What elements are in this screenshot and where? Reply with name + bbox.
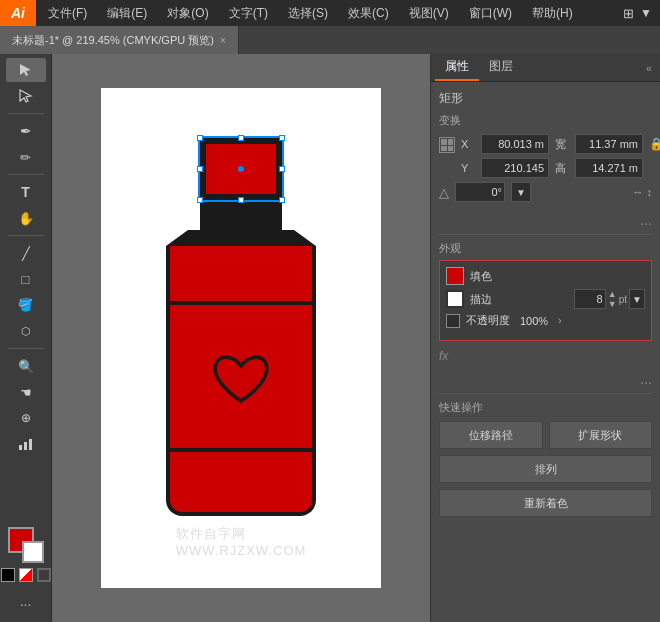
panel-collapse-button[interactable]: «	[646, 62, 660, 74]
tab-properties[interactable]: 属性	[435, 54, 479, 81]
menu-object[interactable]: 对象(O)	[163, 3, 212, 24]
sel-handle-mr[interactable]	[279, 166, 285, 172]
angle-input[interactable]	[455, 182, 505, 202]
toolbar-separator-3	[8, 235, 44, 236]
bottle-body	[166, 246, 316, 516]
appearance-section: 填色 描边 ▲ ▼ pt ▼	[439, 260, 652, 341]
toolbar-separator-2	[8, 174, 44, 175]
bottle-line-bottom	[166, 448, 316, 452]
search-icon[interactable]: ▼	[640, 6, 652, 20]
stroke-up-arrow[interactable]: ▲	[608, 289, 617, 299]
tool-shape[interactable]: □	[6, 267, 46, 291]
stroke-unit-dropdown[interactable]: ▼	[629, 289, 645, 309]
menu-window[interactable]: 窗口(W)	[465, 3, 516, 24]
tool-direct-selection[interactable]	[6, 84, 46, 108]
fill-color-swatch[interactable]	[446, 267, 464, 285]
transform-origin-grid[interactable]	[439, 137, 455, 153]
artboard: 软件自字网WWW.RJZXW.COM	[101, 88, 381, 588]
quick-actions-label: 快速操作	[439, 400, 652, 415]
menu-view[interactable]: 视图(V)	[405, 3, 453, 24]
bottle-cap	[200, 138, 282, 200]
tab-layers[interactable]: 图层	[479, 54, 523, 81]
bottle-line-top	[166, 301, 316, 305]
transform-y-row: Y 高	[461, 158, 660, 178]
y-input[interactable]	[481, 158, 549, 178]
tool-selection[interactable]	[6, 58, 46, 82]
fx-label[interactable]: fx	[439, 349, 448, 363]
tool-more[interactable]: ···	[6, 592, 46, 616]
svg-rect-3	[24, 442, 27, 450]
stroke-label: 描边	[470, 292, 568, 307]
h-input[interactable]	[575, 158, 643, 178]
lock-icon[interactable]: 🔒	[649, 137, 660, 151]
opacity-label: 不透明度	[466, 313, 510, 328]
workspace-icon[interactable]: ⊞	[623, 6, 634, 21]
background-color[interactable]	[22, 541, 44, 563]
fx-row: fx	[439, 349, 652, 363]
w-input[interactable]	[575, 134, 643, 154]
recolor-button[interactable]: 重新着色	[439, 489, 652, 517]
tool-line[interactable]: ╱	[6, 241, 46, 265]
svg-marker-1	[20, 90, 31, 102]
h-label: 高	[555, 161, 569, 176]
tab-close-button[interactable]: ×	[220, 35, 226, 46]
color-swatch-pair[interactable]	[8, 527, 44, 563]
menu-type[interactable]: 文字(T)	[225, 3, 272, 24]
menu-effect[interactable]: 效果(C)	[344, 3, 393, 24]
document-tab[interactable]: 未标题-1* @ 219.45% (CMYK/GPU 预览) ×	[0, 26, 239, 54]
menu-file[interactable]: 文件(F)	[44, 3, 91, 24]
right-panel: 属性 图层 « 矩形 变换	[430, 54, 660, 622]
y-label: Y	[461, 162, 475, 174]
tool-hand[interactable]: ☚	[6, 380, 46, 404]
sel-handle-ml[interactable]	[197, 166, 203, 172]
panel-content: 矩形 变换 X	[431, 82, 660, 622]
app-logo: Ai	[0, 0, 36, 26]
tool-zoom[interactable]: ⊕	[6, 406, 46, 430]
transform-header: 变换	[439, 113, 652, 128]
menu-select[interactable]: 选择(S)	[284, 3, 332, 24]
transform-more-options[interactable]: ...	[439, 212, 652, 228]
tool-pencil[interactable]: ✏	[6, 145, 46, 169]
tool-pen[interactable]: ✒	[6, 119, 46, 143]
stroke-none-icon[interactable]	[37, 568, 51, 582]
tab-title: 未标题-1* @ 219.45% (CMYK/GPU 预览)	[12, 33, 214, 48]
tool-chart[interactable]	[6, 432, 46, 456]
appearance-more-options[interactable]: ...	[439, 371, 652, 387]
svg-rect-2	[19, 445, 22, 450]
svg-rect-4	[29, 439, 32, 450]
x-input[interactable]	[481, 134, 549, 154]
watermark: 软件自字网WWW.RJZXW.COM	[176, 525, 307, 558]
tool-paintbucket[interactable]: 🪣	[6, 293, 46, 317]
offset-path-button[interactable]: 位移路径	[439, 421, 543, 449]
tool-type[interactable]: T	[6, 180, 46, 204]
stroke-down-arrow[interactable]: ▼	[608, 299, 617, 309]
stroke-size-input[interactable]	[574, 289, 606, 309]
tool-blend[interactable]: ⬡	[6, 319, 46, 343]
main-area: ✒ ✏ T ✋ ╱ □ 🪣 ⬡ 🔍 ☚ ⊕	[0, 54, 660, 622]
sel-handle-tr[interactable]	[279, 135, 285, 141]
arrange-button[interactable]: 排列	[439, 455, 652, 483]
sel-handle-tl[interactable]	[197, 135, 203, 141]
expand-shape-button[interactable]: 扩展形状	[549, 421, 653, 449]
opacity-more-arrow[interactable]: ›	[558, 315, 561, 326]
opacity-value: 100%	[520, 315, 548, 327]
bottle-illustration	[161, 138, 321, 558]
tool-touch[interactable]: ✋	[6, 206, 46, 230]
angle-dropdown[interactable]: ▼	[511, 182, 531, 202]
flip-icon[interactable]: ↔ ↕	[632, 186, 652, 198]
fill-none-icon[interactable]	[1, 568, 15, 582]
sel-handle-tm[interactable]	[238, 135, 244, 141]
w-label: 宽	[555, 137, 569, 152]
stroke-color-icon[interactable]	[19, 568, 33, 582]
opacity-checkbox[interactable]	[446, 314, 460, 328]
tool-eyedropper[interactable]: 🔍	[6, 354, 46, 378]
menu-edit[interactable]: 编辑(E)	[103, 3, 151, 24]
stroke-size-spinners[interactable]: ▲ ▼	[608, 289, 617, 309]
angle-row: △ ▼ ↔ ↕	[439, 182, 652, 202]
menu-bar: Ai 文件(F) 编辑(E) 对象(O) 文字(T) 选择(S) 效果(C) 视…	[0, 0, 660, 26]
canvas-area[interactable]: 软件自字网WWW.RJZXW.COM	[52, 54, 430, 622]
menu-help[interactable]: 帮助(H)	[528, 3, 577, 24]
color-swatches-area	[1, 527, 51, 590]
stroke-color-swatch[interactable]	[446, 290, 464, 308]
fill-label: 填色	[470, 269, 645, 284]
